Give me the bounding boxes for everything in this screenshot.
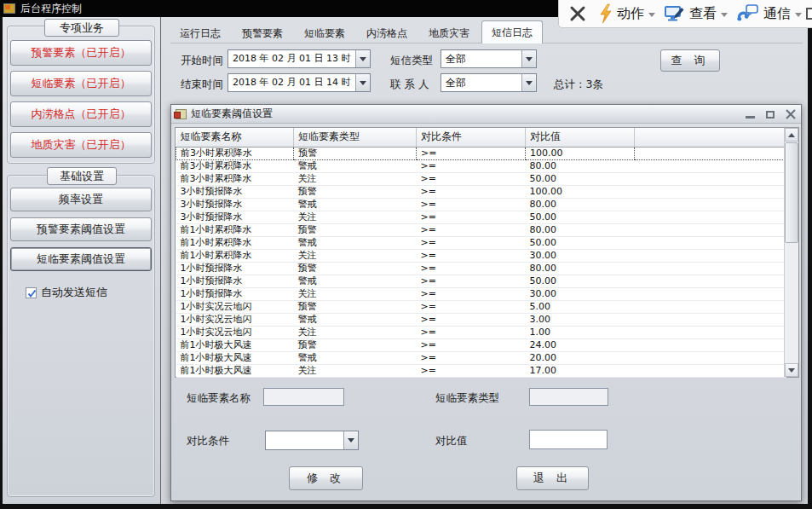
scroll-down-icon[interactable]	[785, 363, 798, 377]
toolbar-close-button[interactable]	[569, 5, 586, 22]
tab-sms-log[interactable]: 短信日志	[481, 20, 543, 43]
table-row[interactable]: 前3小时累积降水警戒>=80.00	[176, 159, 786, 172]
table-row[interactable]: 1小时预报降水关注>=30.00	[176, 287, 786, 300]
table-row[interactable]: 1小时实况云地闪预警>=5.00	[176, 300, 786, 313]
start-time-label: 开始时间	[181, 54, 223, 68]
screen: 后台程序控制 专项业务 预警要素（已开启） 短临要素（已开启） 内涝格点（已开启…	[0, 0, 812, 509]
table-row[interactable]: 1小时实况云地闪关注>=1.00	[176, 326, 786, 338]
table-scrollbar[interactable]	[784, 128, 798, 377]
contact-dropdown-icon[interactable]	[521, 74, 536, 91]
edit-name-field[interactable]	[263, 388, 344, 406]
btn-nowcast-threshold-settings[interactable]: 短临要素阈值设置	[10, 247, 152, 271]
table-cell: 前3小时累积降水	[176, 159, 294, 172]
edit-type-field[interactable]	[529, 388, 608, 406]
table-cell: 前3小时累积降水	[176, 172, 294, 185]
table-cell: >=	[417, 275, 526, 287]
window-icon-partial[interactable]	[806, 8, 812, 20]
start-time-picker[interactable]: 2018 年 02 月 01 日 13 时	[227, 49, 371, 68]
tab-run-log[interactable]: 运行日志	[170, 24, 230, 43]
btn-warning-elements-status[interactable]: 预警要素（已开启）	[10, 40, 152, 66]
tab-waterlogging-grid[interactable]: 内涝格点	[357, 24, 417, 43]
dialog-minimize-icon[interactable]	[746, 116, 755, 119]
auto-sms-checkbox[interactable]: 自动发送短信	[26, 285, 107, 300]
table-cell: 预警	[294, 147, 417, 159]
table-cell: 80.00	[526, 159, 635, 172]
table-cell: 1小时实况云地闪	[176, 300, 294, 313]
main-window: 专项业务 预警要素（已开启） 短临要素（已开启） 内涝格点（已开启） 地质灾害（…	[3, 17, 808, 504]
table-row[interactable]: 1小时实况云地闪警戒>=3.00	[176, 313, 786, 326]
toolbar-comms-menu[interactable]: 通信	[736, 4, 802, 23]
chevron-down-icon	[795, 13, 802, 17]
table-cell	[635, 326, 786, 338]
table-cell: 警戒	[294, 198, 417, 211]
btn-frequency-settings[interactable]: 频率设置	[10, 188, 152, 211]
exit-button[interactable]: 退 出	[516, 466, 589, 490]
table-row[interactable]: 3小时预报降水关注>=50.00	[176, 211, 786, 223]
table-row[interactable]: 前3小时累积降水预警>=100.00	[176, 147, 786, 159]
threshold-table-body: 前3小时累积降水预警>=100.00前3小时累积降水警戒>=80.00前3小时累…	[176, 147, 786, 377]
tab-geo-hazard[interactable]: 地质灾害	[419, 24, 479, 43]
table-cell: 3小时预报降水	[176, 198, 294, 211]
checkbox-icon[interactable]	[26, 287, 37, 298]
table-cell: 1小时预报降水	[176, 262, 294, 275]
tab-warning-elements[interactable]: 预警要素	[233, 24, 292, 43]
table-row[interactable]: 前1小时极大风速警戒>=20.00	[176, 351, 786, 364]
dialog-maximize-icon[interactable]	[766, 111, 775, 119]
sms-type-combobox[interactable]: 全部	[441, 49, 537, 68]
table-row[interactable]: 前1小时累积降水预警>=80.00	[176, 223, 786, 236]
query-button[interactable]: 查 询	[660, 49, 720, 72]
col-header-empty	[635, 128, 786, 147]
table-row[interactable]: 3小时预报降水预警>=100.00	[176, 185, 786, 198]
toolbar-actions-menu[interactable]: 动作	[598, 3, 655, 24]
edit-value-label: 对比值	[435, 434, 468, 448]
table-cell: >=	[417, 185, 526, 198]
end-time-picker[interactable]: 2018 年 02 月 01 日 14 时	[227, 73, 371, 92]
table-cell: 关注	[294, 364, 417, 377]
start-time-dropdown-icon[interactable]	[355, 50, 370, 67]
scrollbar-thumb[interactable]	[785, 142, 798, 243]
sms-type-dropdown-icon[interactable]	[521, 50, 536, 67]
btn-nowcast-elements-status[interactable]: 短临要素（已开启）	[10, 71, 152, 96]
scroll-up-icon[interactable]	[785, 128, 798, 142]
col-header-value[interactable]: 对比值	[526, 128, 635, 147]
toolbar-actions-label: 动作	[617, 5, 644, 23]
table-row[interactable]: 3小时预报降水警戒>=80.00	[176, 198, 786, 211]
table-row[interactable]: 前1小时累积降水关注>=30.00	[176, 249, 786, 262]
table-cell: 预警	[294, 223, 417, 236]
edit-value-field[interactable]	[529, 430, 608, 449]
dialog-titlebar[interactable]: 短临要素阈值设置	[171, 105, 801, 124]
tab-nowcast-elements[interactable]: 短临要素	[295, 24, 354, 43]
table-row[interactable]: 前3小时累积降水关注>=50.00	[176, 172, 786, 185]
btn-warning-threshold-settings[interactable]: 预警要素阈值设置	[10, 217, 152, 241]
table-row[interactable]: 前1小时极大风速预警>=24.00	[176, 338, 786, 351]
nowcast-threshold-dialog: 短临要素阈值设置 短临要素名称 短临要素类型	[170, 104, 802, 501]
table-row[interactable]: 1小时预报降水预警>=80.00	[176, 262, 786, 275]
table-cell: 80.00	[526, 198, 635, 211]
btn-waterlogging-grid-status[interactable]: 内涝格点（已开启）	[10, 101, 152, 127]
table-cell: 关注	[294, 211, 417, 223]
table-cell	[635, 300, 786, 313]
col-header-condition[interactable]: 对比条件	[417, 128, 526, 147]
col-header-type[interactable]: 短临要素类型	[294, 128, 417, 147]
contact-combobox[interactable]: 全部	[441, 73, 537, 92]
table-row[interactable]: 1小时预报降水警戒>=50.00	[176, 275, 786, 287]
sms-type-value: 全部	[441, 50, 521, 67]
col-header-name[interactable]: 短临要素名称	[176, 128, 294, 147]
toolbar-view-menu[interactable]: 查看	[664, 4, 728, 23]
edit-condition-value	[266, 431, 343, 449]
table-cell: 80.00	[526, 223, 635, 236]
btn-geohazard-status[interactable]: 地质灾害（已开启）	[10, 132, 152, 158]
dialog-close-icon[interactable]	[786, 109, 796, 119]
table-cell	[635, 172, 786, 185]
table-cell: 100.00	[526, 147, 635, 159]
table-row[interactable]: 前1小时累积降水警戒>=50.00	[176, 236, 786, 249]
table-cell: 1小时实况云地闪	[176, 326, 294, 338]
edit-condition-combobox[interactable]	[265, 431, 359, 450]
edit-condition-dropdown-icon[interactable]	[343, 431, 358, 449]
modify-button[interactable]: 修 改	[289, 466, 363, 490]
table-row[interactable]: 前1小时极大风速关注>=17.00	[176, 364, 786, 377]
end-time-dropdown-icon[interactable]	[355, 74, 370, 91]
table-cell: 3小时预报降水	[176, 185, 294, 198]
table-cell: >=	[417, 326, 526, 338]
table-cell: 前1小时累积降水	[176, 249, 294, 262]
